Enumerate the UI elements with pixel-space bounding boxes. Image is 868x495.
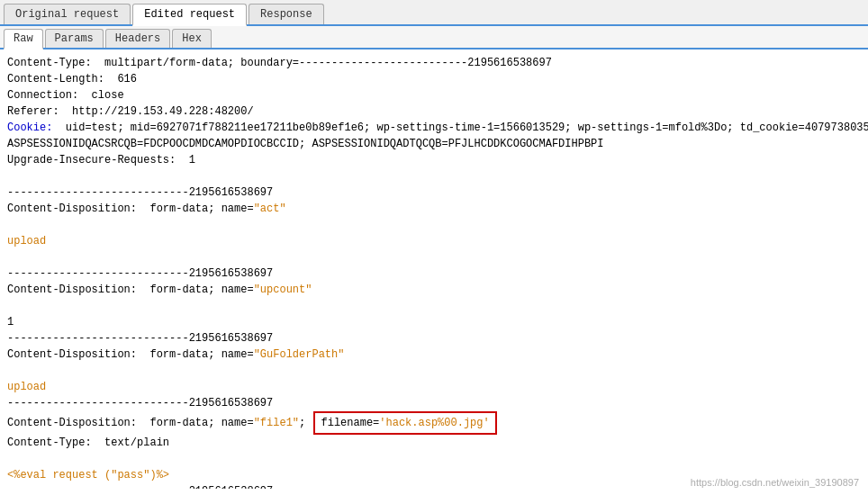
gufolderpath-quoted: "GuFolderPath" (254, 348, 345, 361)
upgrade-line: Upgrade-Insecure-Requests: 1 (7, 152, 861, 168)
separator2: ----------------------------219561653869… (7, 266, 861, 282)
filename-boxed: filename='hack.asp%00.jpg' (313, 411, 496, 435)
upload2: upload (7, 379, 861, 395)
request-content: Content-Type: multipart/form-data; bound… (0, 50, 868, 489)
cd-act: Content-Disposition: form-data; name="ac… (7, 201, 861, 217)
content-type-plain: Content-Type: text/plain (7, 435, 861, 451)
content-length-line: Content-Length: 616 (7, 71, 861, 87)
filename-end-quote: ' (484, 417, 490, 429)
cd-gufolderpath: Content-Disposition: form-data; name="Gu… (7, 346, 861, 363)
separator4: ----------------------------219561653869… (7, 395, 861, 411)
empty4 (7, 298, 861, 314)
subtab-params[interactable]: Params (45, 29, 104, 48)
referer-line: Referer: http://219.153.49.228:48200/ (7, 104, 861, 120)
filename-start-quote: ' (379, 417, 385, 429)
subtab-hex[interactable]: Hex (172, 29, 212, 48)
cd-upcount: Content-Disposition: form-data; name="up… (7, 282, 861, 298)
content-type-line: Content-Type: multipart/form-data; bound… (7, 55, 861, 71)
cookie-value1: uid=test; mid=6927071f788211ee17211be0b8… (59, 122, 868, 134)
file1-quoted: "file1" (254, 417, 299, 429)
cookie-label: Cookie: (7, 122, 59, 134)
filename-value: hack.asp%00.jpg (386, 417, 484, 429)
subtab-raw[interactable]: Raw (4, 29, 43, 50)
sub-tab-bar: Raw Params Headers Hex (0, 26, 868, 50)
tab-response[interactable]: Response (249, 4, 324, 24)
empty1 (7, 168, 861, 184)
empty5 (7, 363, 861, 379)
tab-edited-request[interactable]: Edited request (132, 4, 247, 26)
main-tab-bar: Original request Edited request Response (0, 0, 868, 26)
one: 1 (7, 314, 861, 330)
connection-line: Connection: close (7, 87, 861, 104)
upload1: upload (7, 233, 861, 249)
empty3 (7, 249, 861, 266)
empty6 (7, 451, 861, 467)
upcount-quoted: "upcount" (254, 284, 312, 296)
separator3: ----------------------------219561653869… (7, 330, 861, 346)
subtab-headers[interactable]: Headers (105, 29, 170, 48)
cookie-line2: ASPSESSIONIDQACSRCQB=FDCPOOCDMDCAMOPDIOC… (7, 136, 861, 152)
cookie-line1: Cookie: uid=test; mid=6927071f788211ee17… (7, 120, 861, 136)
separator1: ----------------------------219561653869… (7, 184, 861, 201)
watermark: https://blog.csdn.net/weixin_39190897 (691, 477, 859, 488)
cd-file1-line: Content-Disposition: form-data; name="fi… (7, 411, 861, 435)
empty2 (7, 217, 861, 233)
tab-original-request[interactable]: Original request (4, 4, 131, 24)
act-quoted: "act" (254, 202, 286, 215)
